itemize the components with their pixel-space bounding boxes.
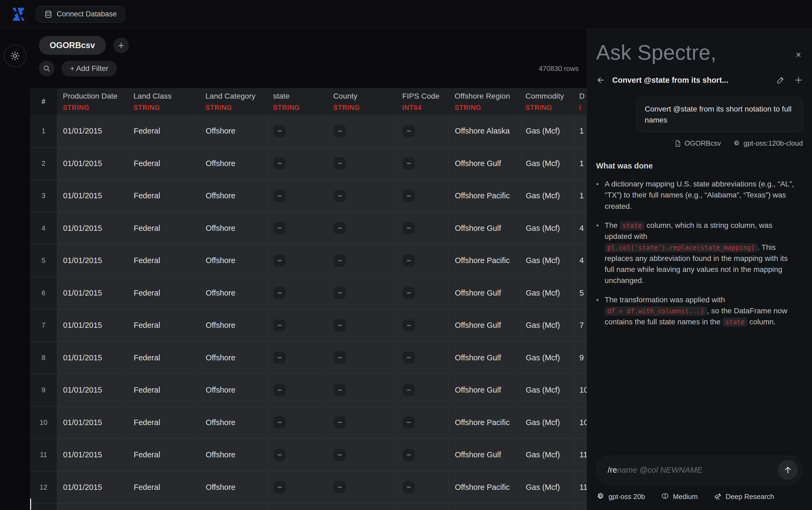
table-cell: Federal xyxy=(127,439,200,471)
column-header--[interactable]: # xyxy=(30,88,57,115)
column-header-fips-code[interactable]: FIPS CodeINT64 xyxy=(396,88,449,115)
theme-toggle-button[interactable] xyxy=(4,45,26,67)
table-row[interactable]: 801/01/2015FederalOffshoreOffshore GulfG… xyxy=(30,342,587,374)
column-type: STRING xyxy=(273,104,327,112)
table-cell: Federal xyxy=(127,245,200,277)
null-value-pill xyxy=(273,190,286,202)
table-cell xyxy=(127,504,200,510)
table-row[interactable]: 1101/01/2015FederalOffshoreOffshore Gulf… xyxy=(30,439,587,471)
row-index-cell: 6 xyxy=(30,277,57,310)
column-header-state[interactable]: stateSTRING xyxy=(267,88,327,115)
table-cell: 7 xyxy=(573,309,587,342)
table-cell: 01/01/2015 xyxy=(57,439,127,471)
table-cell: Offshore xyxy=(200,212,267,245)
table-cell: Gas (Mcf) xyxy=(519,245,573,277)
send-button[interactable] xyxy=(778,460,798,480)
table-cell xyxy=(396,471,449,504)
table-row[interactable]: 301/01/2015FederalOffshoreOffshore Pacif… xyxy=(30,180,587,212)
null-value-pill xyxy=(333,384,346,396)
chat-input[interactable]: /re name @col NEWNAME xyxy=(596,456,803,484)
table-row[interactable]: 1201/01/2015FederalOffshoreOffshore Paci… xyxy=(30,471,587,504)
column-header-land-class[interactable]: Land ClassSTRING xyxy=(127,88,200,115)
table-cell: Gas (Mcf) xyxy=(519,212,573,245)
connect-database-label: Connect Database xyxy=(57,10,117,18)
data-grid: #Production DateSTRINGLand ClassSTRINGLa… xyxy=(30,88,587,510)
table-row[interactable]: 1001/01/2015FederalOffshoreOffshore Paci… xyxy=(30,406,587,439)
dataset-chip: OGORBcsv xyxy=(674,139,721,147)
table-cell: 11 xyxy=(573,439,587,471)
close-panel-button[interactable]: × xyxy=(795,50,801,60)
table-row[interactable]: 401/01/2015FederalOffshoreOffshore GulfG… xyxy=(30,212,587,245)
edit-thread-button[interactable] xyxy=(777,76,785,84)
table-row[interactable]: 501/01/2015FederalOffshoreOffshore Pacif… xyxy=(30,245,587,277)
table-cell: 01/01/2015 xyxy=(57,277,127,310)
null-value-pill xyxy=(402,190,415,202)
table-cell xyxy=(449,504,519,510)
bullet-dot: • xyxy=(596,178,599,211)
tab-bar: OGORBcsv + xyxy=(39,36,129,55)
table-row[interactable]: 901/01/2015FederalOffshoreOffshore GulfG… xyxy=(30,374,587,406)
null-value-pill xyxy=(333,125,346,137)
ask-spectre-panel: × Ask Spectre, Convert @state from its s… xyxy=(587,28,812,510)
add-tab-button[interactable]: + xyxy=(113,38,129,53)
null-value-pill xyxy=(273,254,286,267)
table-cell: Offshore Gulf xyxy=(449,212,519,245)
null-value-pill xyxy=(402,125,415,137)
table-row[interactable]: 601/01/2015FederalOffshoreOffshore GulfG… xyxy=(30,277,587,310)
table-cell: Gas (Mcf) xyxy=(519,374,573,406)
table-row[interactable]: 701/01/2015FederalOffshoreOffshore GulfG… xyxy=(30,309,587,342)
table-cell: 4 xyxy=(573,245,587,277)
null-value-pill xyxy=(333,190,346,202)
table-cell xyxy=(396,147,449,180)
table-cell: 01/01/2015 xyxy=(57,342,127,374)
table-cell: Offshore xyxy=(200,309,267,342)
row-index-cell: 7 xyxy=(30,309,57,342)
column-header-production-date[interactable]: Production DateSTRING xyxy=(57,88,127,115)
new-thread-button[interactable] xyxy=(794,76,803,84)
null-value-pill xyxy=(273,319,286,332)
column-header-land-category[interactable]: Land CategorySTRING xyxy=(200,88,267,115)
table-cell: 1 xyxy=(573,147,587,180)
table-cell: 1 xyxy=(573,115,587,147)
tab-ogorbcsv[interactable]: OGORBcsv xyxy=(39,36,106,55)
table-cell xyxy=(267,180,327,212)
sun-icon xyxy=(10,51,21,61)
model-selector[interactable]: gpt-oss 20b xyxy=(596,492,645,501)
column-label: FIPS Code xyxy=(402,92,449,101)
add-filter-button[interactable]: + Add Filter xyxy=(61,61,117,76)
table-cell: Offshore xyxy=(200,147,267,180)
table-cell: 01/01/2015 xyxy=(57,406,127,439)
deep-research-toggle[interactable]: Deep Research xyxy=(714,492,774,501)
table-cell: 01/01/2015 xyxy=(57,309,127,342)
what-was-done-heading: What was done xyxy=(596,162,803,170)
openai-icon xyxy=(596,492,605,501)
table-cell xyxy=(267,245,327,277)
table-cell xyxy=(327,439,396,471)
table-cell xyxy=(396,374,449,406)
inline-code: state xyxy=(620,221,644,230)
back-button[interactable] xyxy=(596,76,605,85)
scrollbar-thumb[interactable] xyxy=(30,498,31,510)
table-row[interactable]: 201/01/2015FederalOffshoreOffshore GulfG… xyxy=(30,147,587,180)
openai-icon xyxy=(733,140,740,147)
search-button[interactable] xyxy=(39,61,55,76)
table-cell: Offshore Gulf xyxy=(449,342,519,374)
null-value-pill xyxy=(402,481,415,493)
table-row[interactable]: 101/01/2015FederalOffshoreOffshore Alask… xyxy=(30,115,587,147)
column-label: Land Class xyxy=(133,92,200,101)
connect-database-button[interactable]: Connect Database xyxy=(36,6,125,23)
column-type: I xyxy=(579,104,587,112)
table-cell xyxy=(267,439,327,471)
column-header-offshore-region[interactable]: Offshore RegionSTRING xyxy=(449,88,519,115)
column-header-d[interactable]: DI xyxy=(573,88,587,115)
null-value-pill xyxy=(402,449,415,461)
column-type: STRING xyxy=(333,104,396,112)
table-cell: Offshore Gulf xyxy=(449,374,519,406)
table-cell xyxy=(396,115,449,147)
null-value-pill xyxy=(333,351,346,364)
column-header-commodity[interactable]: CommoditySTRING xyxy=(519,88,573,115)
effort-selector[interactable]: Medium xyxy=(661,492,698,501)
column-header-county[interactable]: CountySTRING xyxy=(327,88,396,115)
left-rail xyxy=(0,28,30,510)
table-cell: Federal xyxy=(127,406,200,439)
